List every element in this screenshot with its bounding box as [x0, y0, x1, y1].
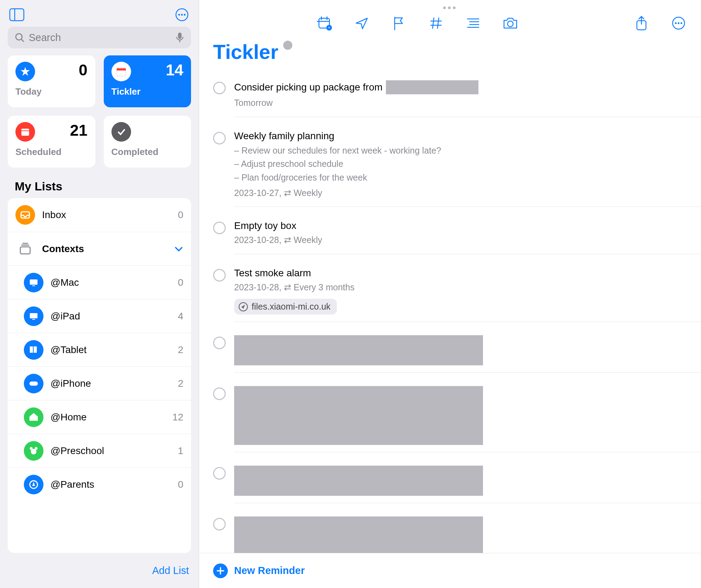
list-indent-icon[interactable] — [465, 15, 482, 32]
context-icon — [24, 475, 43, 494]
context-row[interactable]: @iPhone 2 — [8, 366, 191, 400]
reminder-title: Weekly family planning — [234, 130, 687, 142]
reminder-title: Consider picking up package from — [234, 80, 687, 94]
reminder-item[interactable]: Consider picking up package from Tomorro… — [213, 74, 701, 124]
context-icon — [24, 340, 43, 360]
reminder-item[interactable] — [213, 329, 701, 380]
complete-checkbox[interactable] — [213, 82, 226, 94]
toggle-sidebar-icon[interactable] — [8, 6, 25, 23]
context-row[interactable]: @Home 12 — [8, 400, 191, 434]
reminder-item[interactable] — [213, 510, 701, 553]
smartlist-tickler[interactable]: 14 Tickler — [104, 55, 191, 107]
list-inbox[interactable]: Inbox 0 — [8, 198, 191, 232]
svg-line-37 — [433, 18, 434, 29]
context-count: 2 — [173, 344, 183, 356]
svg-rect-14 — [21, 129, 29, 136]
location-icon[interactable] — [353, 15, 370, 32]
group-contexts[interactable]: Contexts — [8, 232, 191, 265]
context-name: @iPhone — [50, 378, 166, 389]
svg-rect-8 — [178, 33, 182, 39]
completed-label: Completed — [111, 147, 184, 157]
redacted-text — [386, 80, 478, 94]
link-chip[interactable]: files.xiaomi-mi.co.uk — [234, 299, 337, 315]
sidebar-more-icon[interactable] — [173, 6, 190, 23]
calendar-badge-icon[interactable]: + — [316, 15, 333, 32]
svg-point-51 — [681, 22, 682, 24]
list-info-dot-icon[interactable] — [283, 41, 292, 50]
context-row[interactable]: @Preschool 1 — [8, 434, 191, 467]
svg-rect-12 — [117, 68, 126, 70]
complete-checkbox[interactable] — [213, 387, 226, 400]
reminder-notes: – Review our schedules for next week - w… — [234, 144, 687, 184]
new-reminder-bar[interactable]: New Reminder — [199, 553, 701, 588]
svg-point-27 — [35, 447, 38, 450]
redacted-block — [234, 466, 483, 496]
search-field[interactable] — [8, 27, 191, 48]
reminder-meta: 2023-10-27, ⇄ Weekly — [234, 187, 687, 200]
safari-icon — [238, 302, 248, 312]
tickler-count: 14 — [166, 61, 183, 79]
context-row[interactable]: @Parents 0 — [8, 467, 191, 501]
context-icon — [24, 306, 43, 326]
plus-icon — [213, 563, 228, 578]
svg-point-6 — [16, 34, 22, 40]
reminder-item[interactable]: Empty toy box2023-10-28, ⇄ Weekly — [213, 214, 701, 261]
inbox-icon — [15, 205, 35, 225]
context-icon — [24, 407, 43, 427]
main-panel: ••• + Tickler Consider p — [199, 0, 701, 588]
list-title: Tickler — [213, 40, 278, 63]
share-icon[interactable] — [633, 15, 650, 32]
complete-checkbox[interactable] — [213, 518, 226, 530]
complete-checkbox[interactable] — [213, 132, 226, 144]
complete-checkbox[interactable] — [213, 467, 226, 480]
svg-rect-0 — [10, 9, 24, 21]
add-list-button[interactable]: Add List — [152, 565, 189, 576]
inbox-count: 0 — [173, 209, 183, 221]
context-row[interactable]: @Mac 0 — [8, 265, 191, 299]
reminder-item[interactable] — [213, 380, 701, 459]
reminder-meta: 2023-10-28, ⇄ Every 3 months — [234, 281, 687, 294]
reminder-item[interactable] — [213, 459, 701, 510]
flag-icon[interactable] — [390, 15, 407, 32]
completed-icon — [111, 122, 131, 142]
inbox-label: Inbox — [42, 209, 166, 221]
scheduled-label: Scheduled — [15, 147, 88, 157]
context-count: 4 — [173, 311, 183, 322]
complete-checkbox[interactable] — [213, 269, 226, 282]
svg-rect-22 — [30, 313, 38, 318]
context-icon — [24, 441, 43, 461]
svg-marker-53 — [241, 304, 246, 309]
camera-icon[interactable] — [502, 15, 519, 32]
svg-rect-21 — [32, 285, 35, 286]
toolbar-more-icon[interactable] — [670, 15, 687, 32]
svg-rect-17 — [20, 247, 30, 254]
context-icon — [24, 273, 43, 292]
complete-checkbox[interactable] — [213, 337, 226, 349]
reminder-item[interactable]: Test smoke alarm2023-10-28, ⇄ Every 3 mo… — [213, 261, 701, 329]
svg-point-45 — [508, 21, 513, 27]
window-grabber-icon[interactable]: ••• — [443, 2, 457, 13]
svg-point-5 — [184, 14, 186, 16]
context-count: 0 — [173, 479, 183, 490]
context-row[interactable]: @iPad 4 — [8, 299, 191, 333]
dictate-icon[interactable] — [176, 32, 184, 43]
search-input[interactable] — [29, 32, 171, 43]
smartlist-completed[interactable]: Completed — [104, 116, 191, 168]
tag-hash-icon[interactable] — [428, 15, 444, 32]
chevron-down-icon[interactable] — [174, 244, 183, 254]
context-name: @Tablet — [50, 344, 166, 356]
today-count: 0 — [79, 61, 87, 79]
redacted-block — [234, 386, 483, 445]
svg-rect-20 — [30, 279, 38, 285]
complete-checkbox[interactable] — [213, 222, 226, 234]
svg-point-26 — [30, 447, 33, 450]
svg-marker-10 — [21, 67, 30, 76]
context-name: @Home — [50, 412, 165, 423]
smartlist-scheduled[interactable]: 21 Scheduled — [8, 116, 95, 168]
reminder-item[interactable]: Weekly family planning– Review our sched… — [213, 124, 701, 214]
smartlist-today[interactable]: 0 Today — [8, 55, 95, 107]
context-row[interactable]: @Tablet 2 — [8, 333, 191, 366]
reminder-meta: 2023-10-28, ⇄ Weekly — [234, 234, 687, 247]
context-count: 1 — [173, 445, 183, 457]
reminder-meta: Tomorrow — [234, 96, 687, 110]
